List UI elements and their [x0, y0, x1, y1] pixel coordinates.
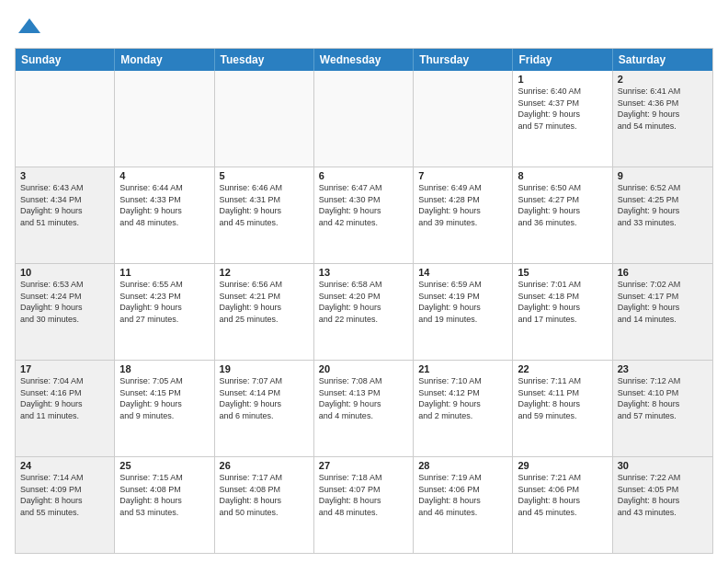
calendar-row-2: 3Sunrise: 6:43 AM Sunset: 4:34 PM Daylig…	[16, 167, 712, 263]
day-cell-8: 8Sunrise: 6:50 AM Sunset: 4:27 PM Daylig…	[513, 167, 612, 263]
day-info: Sunrise: 7:21 AM Sunset: 4:06 PM Dayligh…	[518, 472, 607, 518]
header-cell-monday: Monday	[115, 49, 214, 71]
day-cell-26: 26Sunrise: 7:17 AM Sunset: 4:08 PM Dayli…	[215, 457, 314, 553]
day-cell-9: 9Sunrise: 6:52 AM Sunset: 4:25 PM Daylig…	[613, 167, 712, 263]
svg-marker-0	[18, 18, 40, 33]
day-info: Sunrise: 7:22 AM Sunset: 4:05 PM Dayligh…	[618, 472, 708, 518]
day-info: Sunrise: 6:43 AM Sunset: 4:34 PM Dayligh…	[20, 182, 109, 228]
day-info: Sunrise: 6:53 AM Sunset: 4:24 PM Dayligh…	[20, 279, 109, 325]
day-number: 25	[119, 460, 209, 471]
day-number: 28	[418, 460, 507, 471]
day-info: Sunrise: 6:58 AM Sunset: 4:20 PM Dayligh…	[319, 279, 408, 325]
day-cell-2: 2Sunrise: 6:41 AM Sunset: 4:36 PM Daylig…	[613, 71, 712, 167]
day-cell-5: 5Sunrise: 6:46 AM Sunset: 4:31 PM Daylig…	[215, 167, 314, 263]
day-cell-15: 15Sunrise: 7:01 AM Sunset: 4:18 PM Dayli…	[513, 264, 612, 360]
day-cell-13: 13Sunrise: 6:58 AM Sunset: 4:20 PM Dayli…	[314, 264, 414, 360]
day-cell-empty	[414, 71, 513, 167]
calendar-body: 1Sunrise: 6:40 AM Sunset: 4:37 PM Daylig…	[16, 71, 712, 553]
calendar-row-1: 1Sunrise: 6:40 AM Sunset: 4:37 PM Daylig…	[16, 71, 712, 167]
day-info: Sunrise: 7:05 AM Sunset: 4:15 PM Dayligh…	[119, 375, 209, 421]
header-cell-saturday: Saturday	[613, 49, 712, 71]
day-info: Sunrise: 7:17 AM Sunset: 4:08 PM Dayligh…	[220, 472, 309, 518]
day-number: 20	[319, 363, 408, 374]
header	[15, 11, 713, 40]
day-number: 3	[20, 170, 109, 181]
day-cell-12: 12Sunrise: 6:56 AM Sunset: 4:21 PM Dayli…	[215, 264, 314, 360]
day-info: Sunrise: 6:44 AM Sunset: 4:33 PM Dayligh…	[119, 182, 209, 228]
day-info: Sunrise: 7:19 AM Sunset: 4:06 PM Dayligh…	[418, 472, 507, 518]
logo-icon	[17, 15, 42, 40]
day-number: 13	[319, 267, 408, 278]
day-info: Sunrise: 6:46 AM Sunset: 4:31 PM Dayligh…	[220, 182, 309, 228]
day-number: 7	[418, 170, 507, 181]
day-number: 19	[220, 363, 309, 374]
day-cell-11: 11Sunrise: 6:55 AM Sunset: 4:23 PM Dayli…	[115, 264, 214, 360]
day-cell-27: 27Sunrise: 7:18 AM Sunset: 4:07 PM Dayli…	[314, 457, 414, 553]
day-cell-3: 3Sunrise: 6:43 AM Sunset: 4:34 PM Daylig…	[16, 167, 115, 263]
day-number: 22	[518, 363, 607, 374]
day-info: Sunrise: 6:52 AM Sunset: 4:25 PM Dayligh…	[618, 182, 708, 228]
day-number: 10	[20, 267, 109, 278]
day-number: 14	[418, 267, 507, 278]
day-cell-empty	[314, 71, 414, 167]
day-cell-4: 4Sunrise: 6:44 AM Sunset: 4:33 PM Daylig…	[115, 167, 214, 263]
header-cell-wednesday: Wednesday	[314, 49, 414, 71]
day-cell-14: 14Sunrise: 6:59 AM Sunset: 4:19 PM Dayli…	[414, 264, 513, 360]
header-cell-friday: Friday	[513, 49, 612, 71]
day-cell-22: 22Sunrise: 7:11 AM Sunset: 4:11 PM Dayli…	[513, 361, 612, 456]
day-info: Sunrise: 6:56 AM Sunset: 4:21 PM Dayligh…	[220, 279, 309, 325]
calendar-row-3: 10Sunrise: 6:53 AM Sunset: 4:24 PM Dayli…	[16, 263, 712, 360]
day-cell-7: 7Sunrise: 6:49 AM Sunset: 4:28 PM Daylig…	[414, 167, 513, 263]
page: SundayMondayTuesdayWednesdayThursdayFrid…	[0, 0, 728, 563]
calendar-header: SundayMondayTuesdayWednesdayThursdayFrid…	[16, 49, 712, 71]
day-info: Sunrise: 7:10 AM Sunset: 4:12 PM Dayligh…	[418, 375, 507, 421]
day-cell-6: 6Sunrise: 6:47 AM Sunset: 4:30 PM Daylig…	[314, 167, 414, 263]
day-info: Sunrise: 7:11 AM Sunset: 4:11 PM Dayligh…	[518, 375, 607, 421]
day-number: 12	[220, 267, 309, 278]
day-number: 15	[518, 267, 607, 278]
header-cell-sunday: Sunday	[16, 49, 115, 71]
day-info: Sunrise: 6:41 AM Sunset: 4:36 PM Dayligh…	[618, 86, 708, 132]
day-cell-21: 21Sunrise: 7:10 AM Sunset: 4:12 PM Dayli…	[414, 361, 513, 456]
day-number: 24	[20, 460, 109, 471]
day-info: Sunrise: 7:08 AM Sunset: 4:13 PM Dayligh…	[319, 375, 408, 421]
day-number: 8	[518, 170, 607, 181]
day-cell-28: 28Sunrise: 7:19 AM Sunset: 4:06 PM Dayli…	[414, 457, 513, 553]
header-cell-tuesday: Tuesday	[215, 49, 314, 71]
day-cell-empty	[16, 71, 115, 167]
day-info: Sunrise: 6:47 AM Sunset: 4:30 PM Dayligh…	[319, 182, 408, 228]
day-cell-29: 29Sunrise: 7:21 AM Sunset: 4:06 PM Dayli…	[513, 457, 612, 553]
day-cell-10: 10Sunrise: 6:53 AM Sunset: 4:24 PM Dayli…	[16, 264, 115, 360]
day-cell-20: 20Sunrise: 7:08 AM Sunset: 4:13 PM Dayli…	[314, 361, 414, 456]
header-cell-thursday: Thursday	[414, 49, 513, 71]
day-info: Sunrise: 6:40 AM Sunset: 4:37 PM Dayligh…	[518, 86, 607, 132]
day-info: Sunrise: 7:15 AM Sunset: 4:08 PM Dayligh…	[119, 472, 209, 518]
day-info: Sunrise: 6:55 AM Sunset: 4:23 PM Dayligh…	[119, 279, 209, 325]
calendar-row-4: 17Sunrise: 7:04 AM Sunset: 4:16 PM Dayli…	[16, 360, 712, 456]
day-number: 1	[518, 74, 607, 85]
day-cell-empty	[215, 71, 314, 167]
day-number: 26	[220, 460, 309, 471]
day-info: Sunrise: 7:04 AM Sunset: 4:16 PM Dayligh…	[20, 375, 109, 421]
day-info: Sunrise: 7:12 AM Sunset: 4:10 PM Dayligh…	[618, 375, 708, 421]
day-number: 11	[119, 267, 209, 278]
day-info: Sunrise: 7:18 AM Sunset: 4:07 PM Dayligh…	[319, 472, 408, 518]
day-number: 16	[618, 267, 708, 278]
day-number: 30	[618, 460, 708, 471]
day-number: 17	[20, 363, 109, 374]
day-number: 2	[618, 74, 708, 85]
day-info: Sunrise: 7:02 AM Sunset: 4:17 PM Dayligh…	[618, 279, 708, 325]
day-number: 4	[119, 170, 209, 181]
day-number: 29	[518, 460, 607, 471]
day-info: Sunrise: 7:14 AM Sunset: 4:09 PM Dayligh…	[20, 472, 109, 518]
day-number: 5	[220, 170, 309, 181]
day-info: Sunrise: 6:49 AM Sunset: 4:28 PM Dayligh…	[418, 182, 507, 228]
day-number: 23	[618, 363, 708, 374]
logo	[15, 15, 42, 40]
day-number: 21	[418, 363, 507, 374]
calendar: SundayMondayTuesdayWednesdayThursdayFrid…	[15, 48, 713, 554]
day-cell-18: 18Sunrise: 7:05 AM Sunset: 4:15 PM Dayli…	[115, 361, 214, 456]
day-cell-16: 16Sunrise: 7:02 AM Sunset: 4:17 PM Dayli…	[613, 264, 712, 360]
day-info: Sunrise: 7:07 AM Sunset: 4:14 PM Dayligh…	[220, 375, 309, 421]
day-number: 9	[618, 170, 708, 181]
